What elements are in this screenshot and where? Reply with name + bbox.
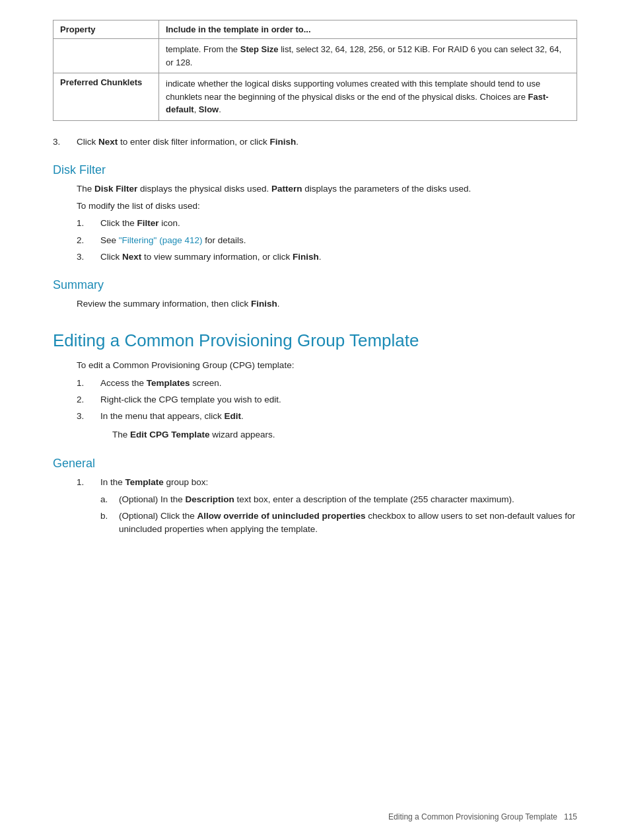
alpha-steps: a. (Optional) In the Description text bo… [100,493,577,537]
list-item: 1. In the Template group box: a. (Option… [77,476,577,540]
list-item: 1. Click the Filter icon. [77,217,577,230]
step-3-num: 3. [53,135,77,149]
disk-filter-heading: Disk Filter [53,163,577,177]
step-3-text: Click Next to enter disk filter informat… [77,135,298,149]
wizard-text: The Edit CPG Template wizard appears. [53,428,577,441]
table-header-include: Include in the template in order to... [159,20,577,39]
step-num-1: 1. [77,217,100,230]
page-footer: Editing a Common Provisioning Group Temp… [388,812,577,821]
main-step-num-1: 1. [77,377,100,390]
main-step-text-2: Right-click the CPG template you wish to… [100,393,281,406]
list-item: 1. Access the Templates screen. [77,377,577,390]
general-heading: General [53,457,577,471]
table-cell-property-chunklets: Preferred Chunklets [53,73,159,121]
list-item: 3. Click Next to view summary informatio… [77,250,577,264]
alpha-a: a. [100,493,119,506]
alpha-b: b. [100,510,119,537]
main-steps-list: 1. Access the Templates screen. 2. Right… [77,377,577,424]
step-text-3: Click Next to view summary information, … [100,250,322,264]
disk-filter-steps: 1. Click the Filter icon. 2. See "Filter… [77,217,577,264]
disk-filter-modify-text: To modify the list of disks used: [53,200,577,213]
general-step-text-1: In the Template group box: a. (Optional)… [100,476,577,540]
general-steps-list: 1. In the Template group box: a. (Option… [77,476,577,540]
alpha-text-a: (Optional) In the Description text box, … [119,493,514,506]
main-step-num-3: 3. [77,410,100,423]
filtering-link[interactable]: "Filtering" (page 412) [119,235,203,245]
general-step-num-1: 1. [77,476,100,540]
main-step-text-1: Access the Templates screen. [100,377,222,390]
table-cell-desc-1: template. From the Step Size list, selec… [159,39,577,73]
list-item: 3. In the menu that appears, click Edit. [77,410,577,423]
alpha-text-b: (Optional) Click the Allow override of u… [119,510,577,537]
table-header-property: Property [53,20,159,39]
disk-filter-intro: The Disk Filter displays the physical di… [53,182,577,196]
table-cell-desc-2: indicate whether the logical disks suppo… [159,73,577,121]
summary-heading: Summary [53,278,577,292]
step-num-2: 2. [77,234,100,247]
footer-page: 115 [564,812,577,821]
step-text-1: Click the Filter icon. [100,217,180,230]
list-item: 2. Right-click the CPG template you wish… [77,393,577,406]
main-heading: Editing a Common Provisioning Group Temp… [53,330,577,351]
step-text-2: See "Filtering" (page 412) for details. [100,234,246,247]
summary-text: Review the summary information, then cli… [53,297,577,311]
footer-text: Editing a Common Provisioning Group Temp… [388,812,557,821]
list-item: b. (Optional) Click the Allow override o… [100,510,577,537]
main-step-text-3: In the menu that appears, click Edit. [100,410,244,423]
intro-text: To edit a Common Provisioning Group (CPG… [53,359,577,372]
main-step-num-2: 2. [77,393,100,406]
list-item: a. (Optional) In the Description text bo… [100,493,577,506]
property-table: Property Include in the template in orde… [53,20,577,121]
table-row: Preferred Chunklets indicate whether the… [53,73,577,121]
step-num-3: 3. [77,250,100,264]
list-item: 2. See "Filtering" (page 412) for detail… [77,234,577,247]
table-cell-property-empty [53,39,159,73]
table-row: template. From the Step Size list, selec… [53,39,577,73]
